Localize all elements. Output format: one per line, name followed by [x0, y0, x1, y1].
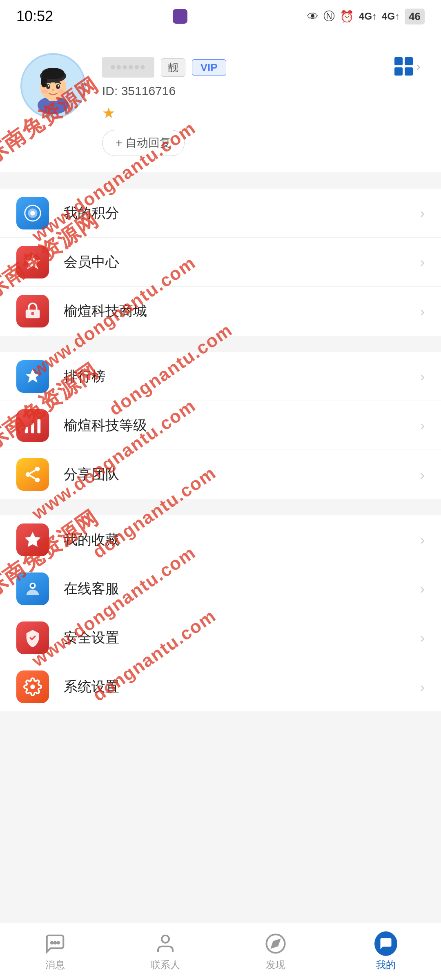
security-icon [16, 621, 49, 654]
svg-line-27 [30, 470, 35, 473]
menu-item-points[interactable]: 我的积分 › [0, 189, 441, 238]
nav-label-messages: 消息 [45, 958, 65, 971]
menu-label-shop: 榆煊科技商城 [64, 302, 420, 321]
service-icon [16, 572, 49, 605]
app-icon [173, 9, 187, 24]
menu-section-3: 我的收藏 › 在线客服 › 安全设置 › 系统设置 › [0, 515, 441, 711]
nfc-icon: Ⓝ [323, 9, 335, 24]
svg-marker-37 [272, 940, 279, 947]
menu-item-vip[interactable]: 会员中心 › [0, 238, 441, 287]
nav-label-discover: 发现 [266, 958, 285, 971]
svg-rect-22 [38, 419, 41, 433]
level-chevron-icon: › [420, 417, 425, 433]
rank-chevron-icon: › [420, 368, 425, 384]
service-chevron-icon: › [420, 581, 425, 597]
svg-point-16 [30, 211, 35, 216]
signal2-icon: 4G↑ [382, 11, 400, 22]
points-icon [16, 197, 49, 229]
menu-item-settings[interactable]: 系统设置 › [0, 662, 441, 711]
qr-icon [394, 57, 413, 76]
svg-point-34 [58, 942, 60, 944]
nav-item-contacts[interactable]: 联系人 [110, 932, 220, 971]
menu-item-rank[interactable]: 排行榜 › [0, 352, 441, 401]
points-chevron-icon: › [420, 205, 425, 221]
menu-label-level: 榆煊科技等级 [64, 416, 420, 435]
menu-label-settings: 系统设置 [64, 677, 420, 696]
nav-item-discover[interactable]: 发现 [220, 932, 331, 971]
settings-chevron-icon: › [420, 679, 425, 695]
status-bar: 10:52 👁 Ⓝ ⏰ 4G↑ 4G↑ 46 [0, 0, 441, 33]
menu-label-security: 安全设置 [64, 628, 420, 647]
menu-section-1: 我的积分 › 会员中心 › 榆煊科技商城 › [0, 189, 441, 336]
menu-item-share[interactable]: 分享团队 › [0, 450, 441, 499]
contacts-icon [154, 932, 177, 955]
svg-point-11 [52, 89, 54, 91]
bottom-spacer [0, 711, 441, 777]
menu-item-level[interactable]: 榆煊科技等级 › [0, 401, 441, 450]
menu-label-points: 我的积分 [64, 204, 420, 223]
mine-bubble [374, 931, 397, 956]
profile-section: •••••• 靓 VIP ID: 35116716 ★ + 自动回复 › [0, 33, 441, 172]
qr-chevron-icon: › [416, 59, 421, 74]
svg-point-24 [26, 472, 31, 477]
section-gap-3 [0, 499, 441, 507]
menu-label-vip: 会员中心 [64, 253, 420, 272]
favorites-icon [16, 523, 49, 556]
level-icon [16, 409, 49, 442]
section-gap-2 [0, 336, 441, 344]
profile-qr[interactable]: › [394, 57, 421, 76]
nav-item-mine[interactable]: 我的 [331, 932, 441, 971]
favorites-chevron-icon: › [420, 532, 425, 548]
security-chevron-icon: › [420, 630, 425, 646]
nav-item-messages[interactable]: 消息 [0, 932, 110, 971]
shop-icon [16, 295, 49, 327]
eye-icon: 👁 [307, 10, 318, 23]
svg-point-13 [58, 89, 65, 94]
profile-info: •••••• 靓 VIP ID: 35116716 ★ + 自动回复 [102, 53, 421, 156]
status-time: 10:52 [16, 8, 53, 25]
menu-item-service[interactable]: 在线客服 › [0, 564, 441, 613]
bottom-nav: 消息 联系人 发现 我的 [0, 923, 441, 980]
svg-point-35 [162, 935, 169, 942]
vip-icon [16, 246, 49, 278]
svg-point-19 [31, 312, 34, 315]
mine-icon [374, 932, 397, 955]
menu-item-shop[interactable]: 榆煊科技商城 › [0, 287, 441, 336]
menu-label-rank: 排行榜 [64, 367, 420, 386]
menu-label-share: 分享团队 [64, 465, 420, 484]
svg-point-33 [54, 942, 56, 944]
discover-icon [264, 932, 287, 955]
svg-point-25 [35, 478, 40, 483]
section-gap-1 [0, 172, 441, 180]
svg-point-23 [35, 467, 40, 472]
nav-label-contacts: 联系人 [151, 958, 180, 971]
avatar[interactable] [20, 53, 86, 118]
rank-icon [16, 360, 49, 393]
status-icons: 👁 Ⓝ ⏰ 4G↑ 4G↑ 46 [307, 9, 425, 24]
menu-item-favorites[interactable]: 我的收藏 › [0, 515, 441, 564]
svg-rect-20 [25, 427, 28, 433]
share-chevron-icon: › [420, 467, 425, 483]
shop-chevron-icon: › [420, 303, 425, 319]
svg-rect-21 [31, 423, 34, 433]
battery-indicator: 46 [405, 9, 425, 24]
svg-point-12 [42, 89, 48, 94]
profile-id: ID: 35116716 [102, 84, 421, 98]
svg-point-9 [48, 85, 49, 87]
badge-vip: VIP [192, 59, 226, 76]
menu-item-security[interactable]: 安全设置 › [0, 613, 441, 662]
svg-point-10 [58, 85, 59, 87]
svg-line-26 [30, 476, 35, 479]
svg-marker-28 [25, 532, 40, 546]
profile-name: •••••• [102, 57, 154, 78]
settings-icon [16, 670, 49, 703]
profile-star: ★ [102, 105, 421, 122]
share-icon [16, 458, 49, 491]
svg-point-7 [46, 84, 50, 89]
svg-point-32 [51, 942, 53, 944]
nav-label-mine: 我的 [376, 958, 396, 971]
badge-liang: 靓 [161, 58, 185, 77]
signal1-icon: 4G↑ [359, 11, 377, 22]
auto-reply-button[interactable]: + 自动回复 [102, 130, 185, 156]
menu-label-favorites: 我的收藏 [64, 530, 420, 549]
